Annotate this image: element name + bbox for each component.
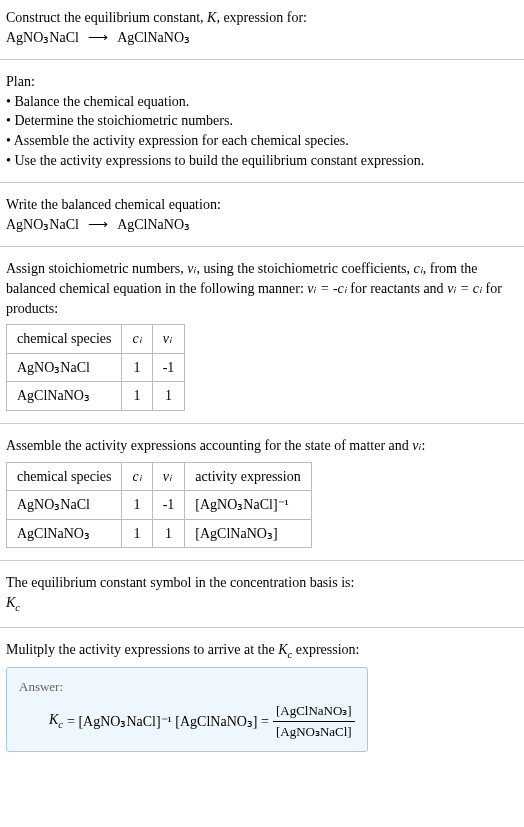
cell-ci: 1: [122, 353, 152, 382]
kc-lhs: Kc: [49, 710, 63, 732]
cell-species: AgClNaNO₃: [7, 519, 122, 548]
kc-k: K: [6, 595, 15, 610]
answer-box: Answer: Kc = [AgNO₃NaCl]⁻¹ [AgClNaNO₃] =…: [6, 667, 368, 753]
cell-nui: -1: [152, 353, 185, 382]
cell-ci: 1: [122, 382, 152, 411]
kc-sub: c: [58, 719, 63, 730]
table-row: AgNO₃NaCl 1 -1 [AgNO₃NaCl]⁻¹: [7, 491, 312, 520]
eq2: νᵢ = cᵢ: [447, 281, 482, 296]
cell-species: AgNO₃NaCl: [7, 491, 122, 520]
table-row: AgClNaNO₃ 1 1: [7, 382, 185, 411]
eq1: νᵢ = -cᵢ: [307, 281, 347, 296]
kc-sub: c: [15, 602, 20, 613]
col-ci: cᵢ: [122, 462, 152, 491]
col-ci: cᵢ: [122, 325, 152, 354]
divider: [0, 423, 524, 424]
col-species: chemical species: [7, 462, 122, 491]
reaction-unbalanced: AgNO₃NaCl ⟶ AgClNaNO₃: [6, 28, 518, 48]
plan-item: Assemble the activity expression for eac…: [6, 131, 518, 151]
kc-k: K: [49, 712, 58, 727]
table-row: AgClNaNO₃ 1 1 [AgClNaNO₃]: [7, 519, 312, 548]
assemble-b: :: [422, 438, 426, 453]
fraction-denominator: [AgNO₃NaCl]: [273, 721, 355, 741]
balanced-reaction: AgNO₃NaCl ⟶ AgClNaNO₃: [6, 215, 518, 235]
table-header-row: chemical species cᵢ νᵢ: [7, 325, 185, 354]
assign-section: Assign stoichiometric numbers, νᵢ, using…: [0, 251, 524, 419]
divider: [0, 560, 524, 561]
prompt-text-a: Construct the equilibrium constant,: [6, 10, 207, 25]
reaction-rhs: AgClNaNO₃: [117, 30, 190, 45]
prompt-line: Construct the equilibrium constant, K, e…: [6, 8, 518, 28]
balanced-rhs: AgClNaNO₃: [117, 217, 190, 232]
table-row: AgNO₃NaCl 1 -1: [7, 353, 185, 382]
divider: [0, 246, 524, 247]
c-i: cᵢ: [414, 261, 423, 276]
nu-i: νᵢ: [412, 438, 421, 453]
col-nui: νᵢ: [152, 462, 185, 491]
assemble-text: Assemble the activity expressions accoun…: [6, 436, 518, 456]
balanced-title: Write the balanced chemical equation:: [6, 195, 518, 215]
divider: [0, 59, 524, 60]
plan-item: Use the activity expressions to build th…: [6, 151, 518, 171]
symbol-text: The equilibrium constant symbol in the c…: [6, 573, 518, 593]
cell-activity: [AgClNaNO₃]: [185, 519, 311, 548]
symbol-section: The equilibrium constant symbol in the c…: [0, 565, 524, 623]
col-species: chemical species: [7, 325, 122, 354]
cell-nui: 1: [152, 382, 185, 411]
multiply-a: Mulitply the activity expressions to arr…: [6, 642, 278, 657]
assign-a: Assign stoichiometric numbers,: [6, 261, 187, 276]
cell-ci: 1: [122, 491, 152, 520]
plan-item: Determine the stoichiometric numbers.: [6, 111, 518, 131]
assign-d: for reactants and: [347, 281, 447, 296]
plan-title: Plan:: [6, 72, 518, 92]
k-symbol: K: [207, 10, 216, 25]
kc-symbol: Kc: [6, 593, 518, 615]
answer-label: Answer:: [19, 678, 355, 696]
prompt-text-b: , expression for:: [216, 10, 307, 25]
kc-middle: = [AgNO₃NaCl]⁻¹ [AgClNaNO₃] =: [67, 712, 269, 732]
kc-k: K: [278, 642, 287, 657]
balanced-arrow: ⟶: [82, 217, 114, 232]
assign-b: , using the stoichiometric coefficients,: [196, 261, 413, 276]
cell-activity: [AgNO₃NaCl]⁻¹: [185, 491, 311, 520]
stoich-table-2: chemical species cᵢ νᵢ activity expressi…: [6, 462, 312, 549]
assemble-a: Assemble the activity expressions accoun…: [6, 438, 412, 453]
balanced-section: Write the balanced chemical equation: Ag…: [0, 187, 524, 242]
plan-section: Plan: Balance the chemical equation. Det…: [0, 64, 524, 178]
divider: [0, 182, 524, 183]
col-nui: νᵢ: [152, 325, 185, 354]
cell-species: AgNO₃NaCl: [7, 353, 122, 382]
reaction-lhs: AgNO₃NaCl: [6, 30, 79, 45]
cell-ci: 1: [122, 519, 152, 548]
col-activity: activity expression: [185, 462, 311, 491]
assign-text: Assign stoichiometric numbers, νᵢ, using…: [6, 259, 518, 318]
multiply-text: Mulitply the activity expressions to arr…: [6, 640, 518, 662]
assemble-section: Assemble the activity expressions accoun…: [0, 428, 524, 556]
cell-nui: -1: [152, 491, 185, 520]
reaction-arrow: ⟶: [82, 30, 114, 45]
divider: [0, 627, 524, 628]
cell-species: AgClNaNO₃: [7, 382, 122, 411]
table-header-row: chemical species cᵢ νᵢ activity expressi…: [7, 462, 312, 491]
stoich-table-1: chemical species cᵢ νᵢ AgNO₃NaCl 1 -1 Ag…: [6, 324, 185, 411]
plan-item: Balance the chemical equation.: [6, 92, 518, 112]
multiply-b: expression:: [292, 642, 359, 657]
cell-nui: 1: [152, 519, 185, 548]
fraction-numerator: [AgClNaNO₃]: [273, 702, 355, 721]
multiply-section: Mulitply the activity expressions to arr…: [0, 632, 524, 760]
prompt-section: Construct the equilibrium constant, K, e…: [0, 0, 524, 55]
answer-expression: Kc = [AgNO₃NaCl]⁻¹ [AgClNaNO₃] = [AgClNa…: [19, 702, 355, 741]
plan-list: Balance the chemical equation. Determine…: [6, 92, 518, 170]
balanced-lhs: AgNO₃NaCl: [6, 217, 79, 232]
kc-fraction: [AgClNaNO₃] [AgNO₃NaCl]: [273, 702, 355, 741]
